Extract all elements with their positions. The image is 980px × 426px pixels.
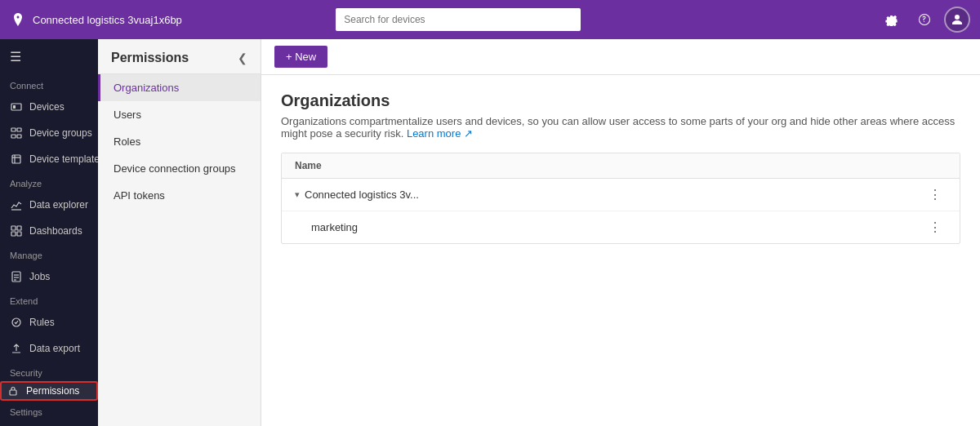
learn-more-link[interactable]: Learn more ↗ — [407, 127, 473, 140]
mid-nav-users[interactable]: Users — [98, 101, 261, 128]
device-templates-icon — [10, 153, 23, 166]
sidebar-item-data-explorer[interactable]: Data explorer — [0, 192, 98, 218]
svg-rect-19 — [10, 390, 16, 395]
mid-panel-header: Permissions ❮ — [98, 39, 261, 74]
nav-section-security: Security Permissions — [0, 362, 98, 401]
page-title: Organizations — [281, 91, 960, 110]
svg-rect-2 — [11, 128, 16, 131]
jobs-label: Jobs — [29, 271, 50, 282]
device-templates-label: Device templates — [29, 153, 98, 165]
dashboards-label: Dashboards — [29, 225, 82, 237]
devices-label: Devices — [29, 101, 65, 113]
data-explorer-label: Data explorer — [29, 199, 88, 211]
svg-rect-5 — [17, 135, 21, 138]
sidebar-item-application[interactable]: Application — [0, 420, 98, 426]
device-groups-icon — [10, 126, 23, 140]
mid-panel-title: Permissions — [111, 51, 189, 65]
rules-label: Rules — [29, 317, 55, 328]
topbar-actions — [879, 7, 970, 33]
data-export-icon — [10, 342, 23, 355]
svg-rect-3 — [17, 128, 21, 131]
page-description: Organizations compartmentalize users and… — [281, 115, 960, 140]
nav-section-analyze: Analyze Data explorer Dashboards — [0, 172, 98, 244]
sidebar-item-device-templates[interactable]: Device templates — [0, 146, 98, 172]
search-area[interactable] — [336, 8, 581, 31]
collapse-button[interactable]: ❮ — [238, 51, 247, 64]
mid-nav-organizations[interactable]: Organizations — [98, 74, 261, 101]
app-title: Connected logistics 3vuaj1x6bp — [33, 14, 182, 26]
settings-icon[interactable] — [879, 7, 905, 33]
analyze-section-label: Analyze — [0, 172, 98, 192]
rules-icon — [10, 316, 23, 329]
left-nav: ☰ Connect Devices Device groups Device t… — [0, 39, 98, 426]
extend-section-label: Extend — [0, 290, 98, 309]
root-org-cell: ▾ Connected logistics 3v... — [295, 189, 924, 201]
sidebar-item-data-export[interactable]: Data export — [0, 335, 98, 362]
sidebar-item-jobs[interactable]: Jobs — [0, 264, 98, 290]
mid-nav-roles[interactable]: Roles — [98, 128, 261, 155]
svg-rect-0 — [11, 104, 21, 110]
table-header: Name — [282, 153, 960, 179]
security-section-label: Security — [0, 362, 98, 381]
nav-section-connect: Connect Devices Device groups Device tem… — [0, 74, 98, 172]
svg-rect-4 — [11, 135, 16, 138]
help-icon[interactable] — [911, 7, 938, 33]
table-row[interactable]: marketing ⋮ — [282, 211, 960, 243]
location-pin-icon — [10, 11, 26, 28]
svg-rect-1 — [13, 105, 16, 109]
sidebar-item-devices[interactable]: Devices — [0, 94, 98, 120]
name-column-header: Name — [295, 160, 947, 171]
root-org-name: Connected logistics 3v... — [305, 189, 419, 201]
connect-section-label: Connect — [0, 74, 98, 94]
marketing-org-cell: marketing — [295, 221, 924, 233]
svg-rect-6 — [12, 155, 20, 163]
dashboards-icon — [10, 224, 23, 237]
svg-rect-12 — [11, 232, 16, 236]
table-row[interactable]: ▾ Connected logistics 3v... ⋮ — [282, 179, 960, 211]
topbar: Connected logistics 3vuaj1x6bp — [0, 0, 980, 39]
marketing-org-name: marketing — [311, 221, 358, 233]
organizations-table: Name ▾ Connected logistics 3v... ⋮ marke… — [281, 153, 960, 244]
user-avatar[interactable] — [944, 7, 970, 33]
device-groups-label: Device groups — [29, 127, 92, 139]
devices-icon — [10, 100, 23, 113]
svg-rect-13 — [17, 232, 21, 236]
row-more-options[interactable]: ⋮ — [924, 185, 947, 204]
page-description-text: Organizations compartmentalize users and… — [281, 115, 955, 140]
jobs-icon — [10, 270, 23, 283]
data-explorer-icon — [10, 198, 23, 211]
svg-rect-10 — [11, 226, 16, 230]
settings-section-label: Settings — [0, 401, 98, 420]
permissions-icon — [7, 384, 20, 397]
nav-section-extend: Extend Rules Data export — [0, 290, 98, 362]
mid-nav-api-tokens[interactable]: API tokens — [98, 182, 261, 209]
content-toolbar: + New — [261, 39, 980, 75]
content-main: Organizations Organizations compartmenta… — [261, 75, 980, 426]
nav-section-manage: Manage Jobs — [0, 244, 98, 290]
row-more-options[interactable]: ⋮ — [924, 218, 947, 237]
sidebar-item-device-groups[interactable]: Device groups — [0, 120, 98, 146]
mid-nav-device-connection-groups[interactable]: Device connection groups — [98, 155, 261, 182]
main-layout: ☰ Connect Devices Device groups Device t… — [0, 39, 980, 426]
sidebar-item-permissions[interactable]: Permissions — [0, 381, 98, 401]
search-input[interactable] — [336, 8, 581, 31]
nav-section-settings: Settings Application Customization — [0, 401, 98, 426]
data-export-label: Data export — [29, 343, 80, 354]
manage-section-label: Manage — [0, 244, 98, 264]
content-area: + New Organizations Organizations compar… — [261, 39, 980, 426]
permissions-label: Permissions — [26, 385, 79, 397]
sidebar-item-rules[interactable]: Rules — [0, 309, 98, 335]
app-logo-area: Connected logistics 3vuaj1x6bp — [10, 11, 182, 28]
new-button[interactable]: + New — [274, 46, 327, 68]
hamburger-button[interactable]: ☰ — [0, 39, 98, 74]
mid-panel: Permissions ❮ Organizations Users Roles … — [98, 39, 261, 426]
svg-rect-11 — [17, 226, 21, 230]
expand-icon[interactable]: ▾ — [295, 189, 300, 200]
sidebar-item-dashboards[interactable]: Dashboards — [0, 218, 98, 244]
